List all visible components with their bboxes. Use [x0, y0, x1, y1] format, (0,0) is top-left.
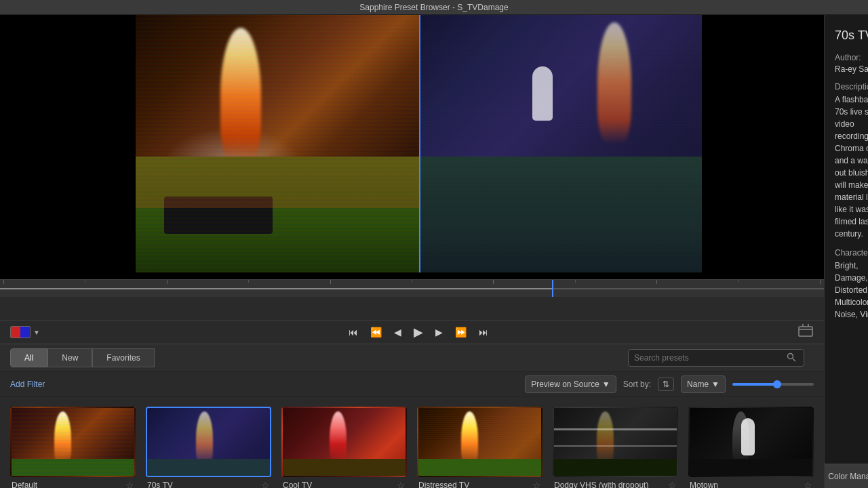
dark-overlay — [554, 408, 677, 476]
filter-right: Preview on Source ▼ Sort by: ⇅ Name ▼ — [525, 375, 814, 393]
video-left-half — [136, 15, 419, 272]
search-button[interactable] — [787, 352, 796, 364]
export-icon — [797, 324, 814, 338]
preset-name-motown: Motown — [690, 481, 718, 488]
preset-thumbnail-70stv — [146, 407, 271, 477]
preset-item-motown[interactable]: Motown ☆ — [688, 407, 814, 488]
export-button[interactable] — [797, 324, 814, 340]
color-source-dropdown[interactable]: ▼ — [33, 329, 40, 336]
svg-point-4 — [788, 353, 793, 359]
color-source-button[interactable] — [10, 326, 31, 338]
search-input[interactable] — [628, 349, 804, 367]
blue-cast-70s — [147, 408, 270, 476]
preset-item-cooltv[interactable]: Cool TV ☆ — [281, 407, 407, 488]
preset-name-distressed: Distressed TV — [418, 481, 469, 488]
go-to-end-button[interactable]: ⏭ — [476, 325, 491, 339]
sort-name-label: Name — [687, 380, 709, 389]
split-divider — [419, 15, 420, 272]
slider-thumb — [773, 380, 781, 388]
timeline-area[interactable] — [0, 279, 824, 320]
preset-label-row-cooltv: Cool TV ☆ — [281, 477, 407, 488]
preset-item-70stv[interactable]: 70s TV ☆ — [146, 407, 271, 488]
dropout-line-2 — [554, 445, 677, 447]
characteristics-label: Characteristics: — [835, 248, 868, 258]
preset-item-default[interactable]: Default ☆ — [10, 407, 136, 488]
author-value: Ra-ey Saleh — [835, 64, 868, 74]
description-label: Description: — [835, 82, 868, 92]
left-content: ▼ ⏮ ⏪ ◀ ▶ ▶ ⏩ ⏭ — [0, 15, 824, 488]
sort-by-label: Sort by: — [623, 380, 651, 389]
preset-thumbnail-distressed — [417, 407, 542, 477]
figure-motown — [741, 418, 755, 455]
sort-chevron: ▼ — [711, 380, 719, 389]
author-label: Author: — [835, 53, 868, 62]
svg-rect-0 — [799, 327, 812, 336]
rewind-button[interactable]: ⏪ — [368, 325, 384, 339]
fast-forward-button[interactable]: ⏩ — [452, 325, 469, 339]
sort-direction-button[interactable]: ⇅ — [658, 378, 674, 391]
preset-tabs: All New Favorites — [0, 344, 824, 372]
tab-all[interactable]: All — [10, 348, 47, 367]
add-filter-button[interactable]: Add Filter — [10, 380, 45, 389]
app-title: Sapphire Preset Browser - S_TVDamage — [359, 3, 508, 12]
video-container — [136, 15, 702, 272]
right-sidebar: 70s TV Author: Ra-ey Saleh Description: … — [824, 15, 868, 488]
preset-label-row-70stv: 70s TV ☆ — [146, 477, 271, 488]
description-value: A flashback to 70s live studio video rec… — [835, 94, 868, 240]
presets-grid: Default ☆ 70s TV ☆ — [0, 396, 824, 488]
star-button-default[interactable]: ☆ — [125, 480, 134, 488]
preset-title: 70s TV — [835, 28, 868, 43]
red-cast — [283, 408, 406, 476]
preset-thumbnail-cooltv — [281, 407, 407, 477]
star-button-cooltv[interactable]: ☆ — [397, 480, 406, 488]
tab-new[interactable]: New — [47, 348, 92, 367]
transport-controls: ▼ ⏮ ⏪ ◀ ▶ ▶ ⏩ ⏭ — [0, 320, 824, 344]
star-button-distressed[interactable]: ☆ — [532, 480, 541, 488]
preset-name-dodgyvhs: Dodgy VHS (with dropout) — [554, 481, 648, 488]
preset-item-dodgyvhs[interactable]: Dodgy VHS (with dropout) ☆ — [553, 407, 678, 488]
preset-item-distressed[interactable]: Distressed TV ☆ — [417, 407, 542, 488]
figure — [532, 66, 553, 121]
sort-name-dropdown[interactable]: Name ▼ — [681, 375, 726, 393]
thumbnail-size-slider[interactable] — [732, 383, 814, 386]
transport-right — [797, 324, 814, 340]
color-management-button[interactable]: Color Management — [825, 464, 868, 488]
scanlines-right — [419, 15, 703, 272]
preset-label-row-motown: Motown ☆ — [688, 477, 814, 488]
search-area — [628, 349, 814, 367]
main-layout: ▼ ⏮ ⏪ ◀ ▶ ▶ ⏩ ⏭ — [0, 15, 868, 488]
preset-name-70stv: 70s TV — [147, 481, 173, 488]
star-button-dodgyvhs[interactable]: ☆ — [668, 480, 677, 488]
preview-source-chevron: ▼ — [602, 380, 610, 389]
preset-thumbnail-motown — [688, 407, 814, 477]
step-back-button[interactable]: ◀ — [391, 325, 404, 339]
transport-center: ⏮ ⏪ ◀ ▶ ▶ ⏩ ⏭ — [346, 323, 491, 341]
video-preview — [0, 15, 824, 279]
transport-left: ▼ — [10, 326, 40, 338]
preset-name-cooltv: Cool TV — [283, 481, 312, 488]
search-icon — [787, 352, 796, 362]
play-button[interactable]: ▶ — [411, 323, 426, 341]
dropout-line — [554, 428, 677, 430]
preview-source-label: Preview on Source — [531, 380, 599, 389]
step-forward-button[interactable]: ▶ — [433, 325, 446, 339]
preset-info: 70s TV Author: Ra-ey Saleh Description: … — [825, 15, 868, 464]
video-right-half — [419, 15, 703, 272]
preview-source-dropdown[interactable]: Preview on Source ▼ — [525, 375, 616, 393]
scanlines — [136, 15, 419, 272]
preset-thumbnail-dodgyvhs — [553, 407, 678, 477]
timeline-scrubber[interactable] — [0, 280, 824, 297]
go-to-start-button[interactable]: ⏮ — [346, 325, 361, 339]
tab-favorites[interactable]: Favorites — [92, 348, 154, 367]
distress-overlay — [418, 408, 541, 476]
preset-thumbnail-default — [10, 407, 136, 477]
noise-overlay — [12, 408, 134, 476]
star-button-70stv[interactable]: ☆ — [261, 480, 270, 488]
svg-line-5 — [793, 359, 795, 361]
preset-label-row-default: Default ☆ — [10, 477, 136, 488]
star-button-motown[interactable]: ☆ — [804, 480, 812, 488]
preset-name-default: Default — [12, 481, 37, 488]
preset-label-row-dodgyvhs: Dodgy VHS (with dropout) ☆ — [553, 477, 678, 488]
filter-row: Add Filter Preview on Source ▼ Sort by: … — [0, 372, 824, 396]
preset-label-row-distressed: Distressed TV ☆ — [417, 477, 542, 488]
